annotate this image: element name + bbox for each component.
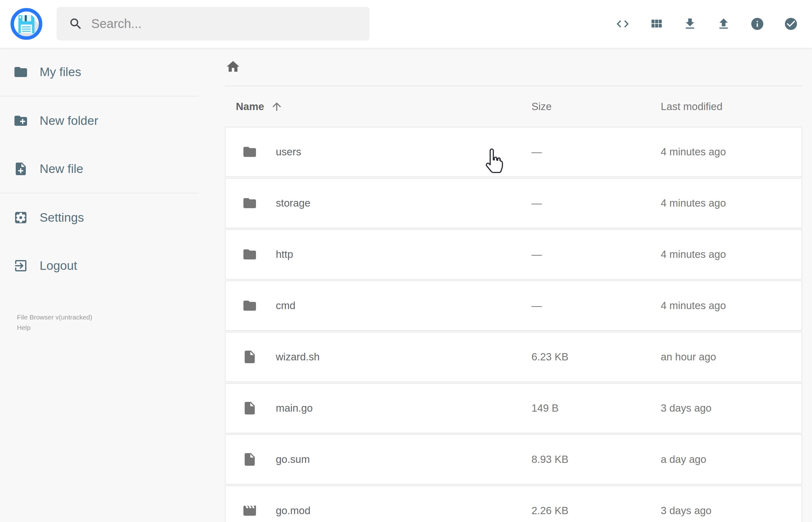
sidebar-item-logout[interactable]: Logout <box>0 241 199 289</box>
folder-icon <box>242 247 257 262</box>
row-size: — <box>531 197 661 209</box>
row-size: — <box>531 300 661 312</box>
file-listing: Name Size Last modified users—4 minutes … <box>225 48 802 522</box>
download-button[interactable] <box>683 17 697 31</box>
sidebar-item-new-file[interactable]: New file <box>0 145 199 193</box>
sidebar-item-label: My files <box>40 65 81 79</box>
table-row[interactable]: cmd—4 minutes ago <box>225 281 802 331</box>
table-row[interactable]: http—4 minutes ago <box>225 229 802 280</box>
file-icon <box>242 452 257 467</box>
row-size: 149 B <box>531 402 661 414</box>
help-link[interactable]: Help <box>17 323 199 333</box>
search-input[interactable] <box>90 16 355 31</box>
upload-button[interactable] <box>716 17 731 31</box>
topbar <box>0 0 812 48</box>
row-name: users <box>276 146 531 158</box>
sidebar-item-label: Logout <box>40 259 77 273</box>
table-row[interactable]: go.mod2.26 KB3 days ago <box>225 485 802 522</box>
version-link[interactable]: File Browser v(untracked) <box>17 312 199 323</box>
table-row[interactable]: go.sum8.93 KBa day ago <box>225 434 802 485</box>
row-name: go.mod <box>276 505 531 517</box>
folder-icon <box>13 64 28 80</box>
table-row[interactable]: main.go149 B3 days ago <box>225 383 802 433</box>
sidebar-item-label: Settings <box>40 211 84 224</box>
listing-header: Name Size Last modified <box>225 86 802 127</box>
row-size: 2.26 KB <box>531 505 661 517</box>
row-name: wizard.sh <box>276 351 531 363</box>
floppy-disk-logo-icon <box>11 8 42 40</box>
row-modified: a day ago <box>661 454 801 465</box>
new-folder-icon <box>13 113 28 128</box>
folder-icon <box>242 144 257 159</box>
listing-rows: users—4 minutes agostorage—4 minutes ago… <box>225 127 802 522</box>
arrow-up-icon <box>270 100 283 113</box>
row-modified: 3 days ago <box>661 402 801 414</box>
row-size: 6.23 KB <box>531 351 661 363</box>
check-circle-icon <box>784 17 798 31</box>
info-icon <box>750 17 765 31</box>
sidebar-item-new-folder[interactable]: New folder <box>0 97 199 145</box>
row-modified: 4 minutes ago <box>661 300 801 312</box>
file-icon <box>242 401 257 416</box>
folder-icon <box>13 64 28 80</box>
row-modified: 4 minutes ago <box>661 197 801 209</box>
sidebar-item-label: New file <box>40 162 83 176</box>
upload-icon <box>716 17 731 31</box>
search-icon <box>68 17 83 31</box>
column-header-modified[interactable]: Last modified <box>661 101 802 113</box>
table-row[interactable]: wizard.sh6.23 KBan hour ago <box>225 332 802 382</box>
file-icon <box>242 349 257 364</box>
logout-icon <box>13 258 28 273</box>
breadcrumb <box>225 48 802 85</box>
grid-icon <box>649 17 664 31</box>
row-modified: 4 minutes ago <box>661 248 801 260</box>
row-modified: 3 days ago <box>661 505 801 517</box>
folder-icon <box>242 144 257 159</box>
row-size: — <box>531 248 661 260</box>
file-icon <box>242 349 257 364</box>
sidebar-item-settings[interactable]: Settings <box>0 194 199 241</box>
file-icon <box>242 452 257 467</box>
column-header-name[interactable]: Name <box>225 100 531 113</box>
row-name: storage <box>276 197 531 209</box>
column-header-size[interactable]: Size <box>531 101 661 113</box>
folder-icon <box>242 196 257 211</box>
logout-icon <box>13 258 28 273</box>
info-button[interactable] <box>750 17 765 31</box>
download-icon <box>683 17 697 31</box>
topbar-actions <box>615 0 798 48</box>
file-icon <box>242 401 257 416</box>
row-modified: an hour ago <box>661 351 801 363</box>
sidebar: My filesNew folderNew fileSettingsLogout… <box>0 48 199 522</box>
row-size: 8.93 KB <box>531 454 661 465</box>
row-name: cmd <box>276 300 531 312</box>
home-icon[interactable] <box>225 59 241 74</box>
filebrowser-logo[interactable] <box>11 8 42 40</box>
shell-toggle-button[interactable] <box>615 17 630 31</box>
table-row[interactable]: users—4 minutes ago <box>225 127 802 177</box>
folder-icon <box>242 298 257 313</box>
movie-icon <box>242 503 257 518</box>
new-file-icon <box>13 161 28 176</box>
folder-icon <box>242 196 257 211</box>
folder-icon <box>242 247 257 262</box>
row-size: — <box>531 146 661 158</box>
select-multiple-button[interactable] <box>784 17 798 31</box>
new-folder-icon <box>13 113 28 128</box>
sidebar-item-my-files[interactable]: My files <box>0 48 199 96</box>
settings-icon <box>13 210 28 225</box>
new-file-icon <box>13 161 28 176</box>
row-name: main.go <box>276 402 531 414</box>
table-row[interactable]: storage—4 minutes ago <box>225 178 802 228</box>
row-name: go.sum <box>276 454 531 465</box>
search-bar[interactable] <box>57 7 369 41</box>
settings-icon <box>13 210 28 225</box>
sidebar-item-label: New folder <box>40 114 98 128</box>
view-mode-button[interactable] <box>649 17 664 31</box>
row-name: http <box>276 248 531 260</box>
folder-icon <box>242 298 257 313</box>
sidebar-footer: File Browser v(untracked) Help <box>0 312 199 333</box>
column-name-label: Name <box>236 101 264 113</box>
code-icon <box>615 17 630 31</box>
movie-icon <box>242 503 257 518</box>
